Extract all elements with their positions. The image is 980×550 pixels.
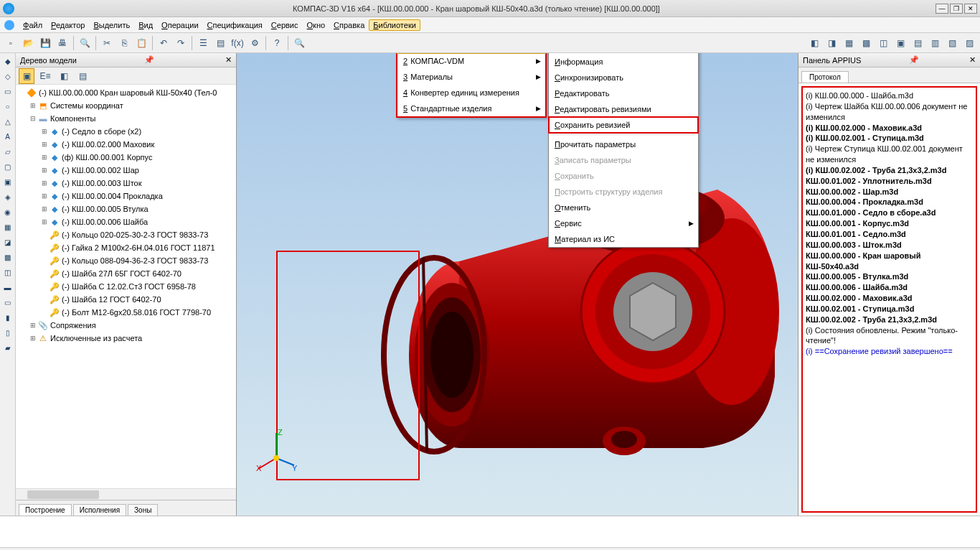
- lb20-icon[interactable]: ▰: [1, 341, 14, 354]
- submenu2-item[interactable]: Отменить: [549, 200, 698, 215]
- lb16-icon[interactable]: ▬: [1, 281, 14, 294]
- undo-icon[interactable]: ↶: [156, 35, 171, 51]
- t2-icon[interactable]: ◨: [824, 35, 839, 51]
- t3-icon[interactable]: ▦: [841, 35, 857, 51]
- tree-btn2-icon[interactable]: E≡: [37, 68, 53, 84]
- menu-выделить[interactable]: Выделить: [89, 19, 134, 31]
- lb11-icon[interactable]: ◉: [1, 205, 14, 218]
- print-icon[interactable]: 🖶: [55, 35, 70, 51]
- submenu1-item[interactable]: 4 Конвертер единиц измерения: [397, 85, 545, 101]
- t1-icon[interactable]: ◧: [806, 35, 822, 51]
- close-button[interactable]: ✕: [964, 4, 977, 14]
- lb12-icon[interactable]: ▦: [1, 220, 14, 233]
- submenu2-item[interactable]: Материал из ИС: [549, 231, 698, 247]
- menu-окно[interactable]: Окно: [303, 19, 330, 31]
- tree-node[interactable]: 🔑(-) Шайба С 12.02.Ст3 ГОСТ 6958-78: [17, 280, 235, 293]
- tree-tab-2[interactable]: Зоны: [128, 504, 158, 516]
- var-icon[interactable]: ⚙: [247, 35, 263, 51]
- tree-node[interactable]: 🔑(-) Гайка 2 М100х2-6Н.04.016 ГОСТ 11871: [17, 241, 235, 254]
- prop-icon[interactable]: ☰: [195, 35, 211, 51]
- tree-node[interactable]: ⊞◆(ф) КШ.00.00.001 Корпус: [17, 151, 235, 164]
- tree-node[interactable]: ⊟▬Компоненты: [17, 112, 235, 125]
- lb3-icon[interactable]: ▭: [1, 85, 14, 98]
- t4-icon[interactable]: ▩: [858, 35, 874, 51]
- lb10-icon[interactable]: ◈: [1, 190, 14, 203]
- tree-node[interactable]: 🔑(-) Болт М12-6gx20.58.016 ГОСТ 7798-70: [17, 306, 235, 319]
- menu-операции[interactable]: Операции: [157, 19, 202, 31]
- minimize-button[interactable]: —: [936, 4, 948, 14]
- lb2-icon[interactable]: ◇: [1, 70, 14, 83]
- maximize-button[interactable]: ❐: [950, 4, 963, 14]
- copy-icon[interactable]: ⎘: [116, 35, 132, 51]
- lb4-icon[interactable]: ○: [1, 100, 14, 113]
- tree-node[interactable]: 🔑(-) Кольцо 088-094-36-2-3 ГОСТ 9833-73: [17, 254, 235, 267]
- t5-icon[interactable]: ◫: [875, 35, 891, 51]
- lb17-icon[interactable]: ▭: [1, 296, 14, 309]
- tree-node[interactable]: ⊞◆(-) КШ.00.00.006 Шайба: [17, 215, 235, 228]
- pin-icon[interactable]: 📌: [144, 55, 154, 65]
- tree-node[interactable]: ⊞◆(-) КШ.00.02.000 Маховик: [17, 138, 235, 151]
- submenu2-item[interactable]: Сервис▶: [549, 215, 698, 231]
- preview-icon[interactable]: 🔍: [77, 35, 93, 51]
- lb15-icon[interactable]: ◫: [1, 266, 14, 279]
- t7-icon[interactable]: ▤: [910, 35, 925, 51]
- tree-node[interactable]: ⊞◆(-) КШ.00.00.005 Втулка: [17, 202, 235, 215]
- fx-icon[interactable]: f(x): [230, 35, 245, 51]
- tree-btn3-icon[interactable]: ◧: [56, 68, 72, 84]
- t8-icon[interactable]: ▥: [927, 35, 943, 51]
- tree-node[interactable]: ⊞◆(-) КШ.00.00.002 Шар: [17, 164, 235, 177]
- tree-node[interactable]: ⊞◆(-) КШ.00.00.003 Шток: [17, 177, 235, 190]
- lb1-icon[interactable]: ◆: [1, 55, 14, 67]
- lb8-icon[interactable]: ▢: [1, 160, 14, 173]
- lb5-icon[interactable]: △: [1, 115, 14, 128]
- menu-сервис[interactable]: Сервис: [267, 19, 303, 31]
- tree-node[interactable]: 🔑(-) Шайба 12 ГОСТ 6402-70: [17, 293, 235, 306]
- lb7-icon[interactable]: ▱: [1, 145, 14, 158]
- menu-библиотеки[interactable]: Библиотеки: [369, 19, 420, 31]
- cut-icon[interactable]: ✂: [99, 35, 115, 51]
- tree-node[interactable]: 🔶(-) КШ.00.00.000 Кран шаровый КШ-50х40 …: [17, 86, 235, 99]
- redo-icon[interactable]: ↷: [173, 35, 189, 51]
- save-icon[interactable]: 💾: [37, 35, 53, 51]
- t6-icon[interactable]: ▣: [892, 35, 908, 51]
- submenu2-item[interactable]: Синхронизировать: [549, 70, 698, 85]
- t9-icon[interactable]: ▧: [944, 35, 960, 51]
- menu-справка[interactable]: Справка: [329, 19, 369, 31]
- tree-scrollbar[interactable]: [16, 488, 236, 500]
- menu-файл[interactable]: Файл: [19, 19, 47, 31]
- spec-icon[interactable]: ▤: [212, 35, 228, 51]
- tree-tab-0[interactable]: Построение: [19, 504, 72, 516]
- submenu2-item[interactable]: Редактировать ревизиями: [549, 101, 698, 117]
- tree-btn1-icon[interactable]: ▣: [19, 68, 34, 84]
- menu-редактор[interactable]: Редактор: [47, 19, 89, 31]
- tree-close-icon[interactable]: ✕: [225, 55, 232, 65]
- tree-btn4-icon[interactable]: ▤: [75, 68, 90, 84]
- lb13-icon[interactable]: ◪: [1, 236, 14, 248]
- tree-node[interactable]: 🔑(-) Кольцо 020-025-30-2-3 ГОСТ 9833-73: [17, 228, 235, 241]
- tree-node[interactable]: ⊞◆(-) КШ.00.00.004 Прокладка: [17, 190, 235, 202]
- rpin-icon[interactable]: 📌: [909, 55, 919, 65]
- new-icon[interactable]: ▫: [3, 35, 19, 51]
- open-icon[interactable]: 📂: [20, 35, 36, 51]
- menu-спецификация[interactable]: Спецификация: [203, 19, 267, 31]
- rclose-icon[interactable]: ✕: [969, 55, 976, 65]
- lb14-icon[interactable]: ▩: [1, 251, 14, 264]
- protocol-tab[interactable]: Протокол: [801, 71, 849, 83]
- submenu2-item[interactable]: Прочитать параметры: [549, 136, 698, 152]
- tree-node[interactable]: ⊞📎Сопряжения: [17, 319, 235, 332]
- lb9-icon[interactable]: ▣: [1, 175, 14, 188]
- menu-вид[interactable]: Вид: [134, 19, 157, 31]
- submenu2-item[interactable]: Информация: [549, 54, 698, 70]
- submenu1-item[interactable]: 5 Стандартные изделия▶: [397, 101, 545, 116]
- tree-node[interactable]: ⊞⚠Исключенные из расчета: [17, 332, 235, 345]
- lb6-icon[interactable]: A: [1, 130, 14, 143]
- zoom-icon[interactable]: 🔍: [291, 35, 307, 51]
- protocol-body[interactable]: (i) КШ.00.00.000 - Шайба.m3d(i) Чертеж Ш…: [801, 86, 977, 513]
- lb18-icon[interactable]: ▮: [1, 311, 14, 324]
- submenu1-item[interactable]: 2 КОМПАС-VDM▶: [397, 53, 545, 69]
- submenu1-item[interactable]: 3 Материалы▶: [397, 69, 545, 85]
- tree-body[interactable]: 🔶(-) КШ.00.00.000 Кран шаровый КШ-50х40 …: [16, 85, 236, 488]
- help-icon[interactable]: ?: [269, 35, 285, 51]
- submenu2-item[interactable]: Редактировать: [549, 85, 698, 101]
- paste-icon[interactable]: 📋: [133, 35, 149, 51]
